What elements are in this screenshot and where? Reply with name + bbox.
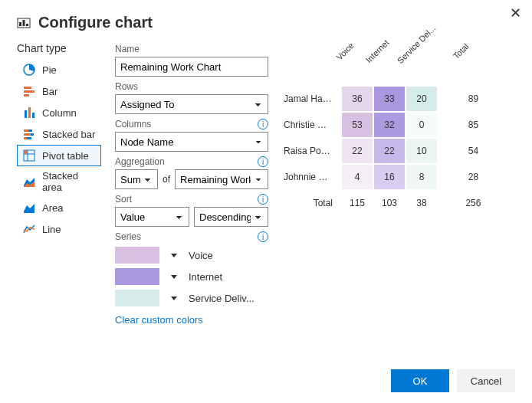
svg-rect-2 [23, 20, 25, 26]
columns-select[interactable]: Node Name [115, 132, 268, 152]
series-label-internet: Internet [189, 271, 222, 283]
svg-rect-12 [28, 129, 32, 132]
ok-button[interactable]: OK [391, 369, 449, 392]
chart-type-sidebar: Chart type Pie Bar Column Stacked bar Pi… [17, 39, 101, 326]
stacked-area-icon [22, 175, 36, 188]
series-swatch-voice[interactable] [115, 247, 159, 264]
pivot-cell: 16 [374, 165, 405, 189]
series-color-dropdown[interactable] [167, 268, 181, 285]
chart-config-icon [17, 16, 31, 30]
series-row-voice: Voice [115, 247, 268, 264]
bar-icon [22, 84, 36, 98]
svg-rect-15 [24, 137, 27, 139]
sidebar-item-label: Stacked bar [42, 129, 95, 140]
pivot-cell: 28 [458, 165, 488, 189]
svg-rect-3 [26, 24, 28, 26]
pivot-cell: 22 [374, 139, 405, 163]
series-label-service: Service Deliv... [189, 293, 255, 304]
chart-preview: VoiceInternetService Del...TotalJamal Ha… [282, 39, 515, 326]
pivot-cell: 115 [342, 191, 373, 215]
sidebar-item-column[interactable]: Column [17, 102, 101, 123]
sidebar-item-pivot-table[interactable]: Pivot table [17, 145, 101, 166]
chart-type-heading: Chart type [17, 42, 101, 54]
series-label: Series [115, 231, 141, 242]
sidebar-item-label: Area [42, 202, 63, 214]
pivot-cell: 10 [406, 139, 437, 163]
dialog-title: Configure chart [38, 14, 153, 31]
series-info-icon[interactable]: i [258, 231, 268, 242]
name-label: Name [115, 44, 268, 54]
name-input[interactable] [115, 57, 268, 77]
pivot-table: VoiceInternetService Del...TotalJamal Ha… [282, 53, 490, 217]
svg-rect-8 [25, 110, 27, 118]
chevron-down-icon [171, 275, 177, 279]
sidebar-item-stacked-area[interactable]: Stacked area [17, 166, 101, 197]
svg-rect-14 [31, 133, 34, 136]
aggregation-field-select[interactable]: Remaining Work [175, 169, 268, 189]
sidebar-item-label: Stacked area [42, 170, 96, 193]
rows-select[interactable]: Assigned To [115, 94, 268, 114]
pivot-cell: 53 [342, 113, 373, 137]
sidebar-item-label: Column [42, 107, 77, 119]
pivot-row-header: Jamal Hartn... [284, 87, 340, 111]
svg-rect-9 [28, 107, 31, 118]
sidebar-item-bar[interactable]: Bar [17, 80, 101, 102]
close-icon[interactable]: ✕ [510, 5, 521, 21]
chevron-down-icon [171, 254, 177, 257]
pivot-cell: 20 [406, 87, 437, 111]
sidebar-item-pie[interactable]: Pie [17, 59, 101, 80]
columns-label: Columns [115, 119, 151, 129]
pivot-cell: 103 [374, 191, 405, 215]
series-swatch-internet[interactable] [115, 268, 159, 285]
aggregation-op-select[interactable]: Sum [115, 169, 158, 189]
sidebar-item-label: Line [42, 224, 61, 235]
sort-label: Sort [115, 194, 132, 205]
sidebar-item-area[interactable]: Area [17, 197, 101, 218]
pivot-row-header: Johnnie McL... [284, 165, 340, 189]
stacked-bar-icon [22, 127, 36, 141]
pivot-cell: 256 [458, 191, 488, 215]
svg-rect-1 [19, 22, 21, 26]
series-row-service: Service Deliv... [115, 290, 268, 306]
sort-by-select[interactable]: Value [115, 207, 189, 227]
pivot-cell: 54 [458, 139, 488, 163]
sort-dir-select[interactable]: Descending [194, 207, 268, 227]
series-color-dropdown[interactable] [167, 290, 181, 306]
rows-label: Rows [115, 81, 268, 92]
svg-rect-13 [24, 133, 31, 136]
form-column: Name Rows Assigned To Columnsi Node Name… [115, 39, 268, 326]
column-icon [22, 106, 36, 120]
pivot-cell: 33 [374, 87, 405, 111]
svg-rect-7 [24, 94, 29, 97]
series-row-internet: Internet [115, 268, 268, 285]
svg-rect-10 [32, 113, 34, 118]
pivot-cell: 36 [342, 87, 373, 111]
sort-info-icon[interactable]: i [258, 194, 268, 205]
pivot-cell: 8 [406, 165, 437, 189]
pivot-row-header: Total [284, 191, 340, 215]
sidebar-item-label: Pivot table [42, 150, 89, 162]
svg-rect-11 [24, 129, 28, 132]
pivot-table-icon [22, 149, 36, 162]
svg-rect-6 [24, 90, 34, 93]
sidebar-item-label: Pie [42, 64, 57, 76]
sidebar-item-stacked-bar[interactable]: Stacked bar [17, 123, 101, 145]
pivot-cell: 89 [458, 87, 488, 111]
pivot-cell: 32 [374, 113, 405, 137]
pivot-cell: 4 [342, 165, 373, 189]
pivot-cell: 85 [458, 113, 488, 137]
pie-icon [22, 63, 36, 77]
pivot-row-header: Raisa Pokro... [284, 139, 340, 163]
cancel-button[interactable]: Cancel [457, 369, 515, 392]
series-label-voice: Voice [189, 250, 213, 261]
pivot-cell: 22 [342, 139, 373, 163]
clear-custom-colors-link[interactable]: Clear custom colors [115, 314, 268, 326]
aggregation-info-icon[interactable]: i [258, 156, 268, 167]
pivot-cell: 38 [406, 191, 437, 215]
sidebar-item-line[interactable]: Line [17, 218, 101, 240]
series-color-dropdown[interactable] [167, 247, 181, 264]
aggregation-label: Aggregation [115, 156, 165, 167]
columns-info-icon[interactable]: i [258, 119, 268, 129]
pivot-cell: 0 [406, 113, 437, 137]
series-swatch-service[interactable] [115, 290, 159, 306]
